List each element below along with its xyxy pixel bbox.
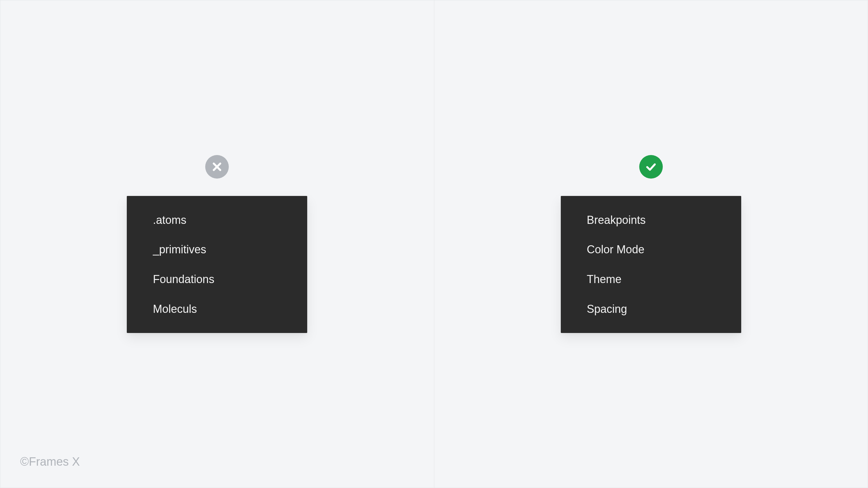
panel-correct-example: Breakpoints Color Mode Theme Spacing xyxy=(434,0,868,488)
dropdown-correct: Breakpoints Color Mode Theme Spacing xyxy=(561,196,741,333)
x-icon xyxy=(205,155,229,179)
dropdown-item[interactable]: Spacing xyxy=(561,294,741,324)
check-icon xyxy=(639,155,663,179)
copyright-text: ©Frames X xyxy=(20,455,80,468)
panel-wrong-example: .atoms _primitives Foundations Moleculs … xyxy=(0,0,434,488)
dropdown-item[interactable]: _primitives xyxy=(127,235,307,265)
dropdown-item[interactable]: .atoms xyxy=(127,205,307,235)
dropdown-item[interactable]: Theme xyxy=(561,265,741,294)
dropdown-item[interactable]: Breakpoints xyxy=(561,205,741,235)
dropdown-item[interactable]: Color Mode xyxy=(561,235,741,265)
comparison-container: .atoms _primitives Foundations Moleculs … xyxy=(0,0,868,488)
dropdown-item[interactable]: Foundations xyxy=(127,265,307,294)
dropdown-wrong: .atoms _primitives Foundations Moleculs xyxy=(127,196,307,333)
dropdown-item[interactable]: Moleculs xyxy=(127,294,307,324)
